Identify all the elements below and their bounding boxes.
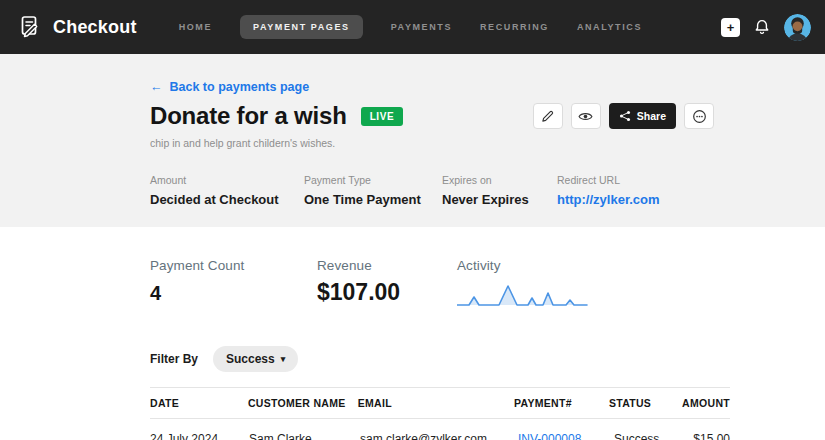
col-header-payment-number: PAYMENT# bbox=[514, 397, 609, 409]
pencil-icon bbox=[541, 110, 554, 123]
stat-label: Payment Count bbox=[150, 258, 317, 273]
notifications-button[interactable] bbox=[753, 18, 771, 36]
circle-ellipsis-icon bbox=[692, 109, 707, 124]
table-header: DATE CUSTOMER NAME EMAIL PAYMENT# STATUS… bbox=[150, 387, 730, 419]
nav-item-home[interactable]: HOME bbox=[179, 15, 212, 39]
cell-date: 24 July 2024 bbox=[150, 432, 249, 440]
detail-label: Expires on bbox=[442, 174, 557, 186]
nav-item-payment-pages[interactable]: PAYMENT PAGES bbox=[240, 15, 363, 39]
page-header-section: ← Back to payments page Donate for a wis… bbox=[0, 54, 825, 227]
user-avatar[interactable] bbox=[784, 14, 811, 41]
cell-payment-number-link[interactable]: INV-000008 bbox=[518, 432, 614, 440]
page-details: Amount Decided at Checkout Payment Type … bbox=[150, 174, 730, 207]
col-header-status: STATUS bbox=[609, 397, 682, 409]
detail-amount: Amount Decided at Checkout bbox=[150, 174, 304, 207]
stat-label: Activity bbox=[457, 258, 730, 273]
status-badge: LIVE bbox=[361, 107, 404, 126]
main-section: Payment Count 4 Revenue $107.00 Activity… bbox=[0, 227, 825, 440]
more-options-button[interactable] bbox=[684, 103, 714, 129]
detail-label: Payment Type bbox=[304, 174, 442, 186]
activity-sparkline bbox=[457, 278, 589, 310]
redirect-url-link[interactable]: http://zylker.com bbox=[557, 192, 730, 207]
filter-selected-value: Success bbox=[226, 352, 275, 366]
payment-count-value: 4 bbox=[150, 282, 317, 305]
top-nav: Checkout HOME PAYMENT PAGES PAYMENTS REC… bbox=[0, 0, 825, 54]
detail-value: Decided at Checkout bbox=[150, 192, 304, 207]
stat-payment-count: Payment Count 4 bbox=[150, 258, 317, 310]
brand[interactable]: Checkout bbox=[18, 14, 137, 40]
filter-by-label: Filter By bbox=[150, 352, 198, 366]
back-link-label: Back to payments page bbox=[170, 80, 310, 94]
stats-row: Payment Count 4 Revenue $107.00 Activity bbox=[150, 258, 730, 310]
revenue-value: $107.00 bbox=[317, 279, 457, 306]
table-row[interactable]: 24 July 2024 Sam Clarke sam.clarke@zylke… bbox=[150, 419, 730, 440]
col-header-date: DATE bbox=[150, 397, 248, 409]
detail-payment-type: Payment Type One Time Payment bbox=[304, 174, 442, 207]
chevron-down-icon: ▾ bbox=[281, 354, 286, 364]
status-filter-dropdown[interactable]: Success ▾ bbox=[213, 346, 298, 372]
payments-table: DATE CUSTOMER NAME EMAIL PAYMENT# STATUS… bbox=[150, 387, 730, 440]
back-to-payments-link[interactable]: ← Back to payments page bbox=[150, 80, 309, 94]
checkout-logo-icon bbox=[18, 14, 44, 40]
cell-email: sam.clarke@zylker.com bbox=[360, 432, 518, 440]
detail-label: Amount bbox=[150, 174, 304, 186]
nav-item-recurring[interactable]: RECURRING bbox=[480, 15, 549, 39]
detail-value: Never Expires bbox=[442, 192, 557, 207]
page-actions: Share bbox=[533, 103, 714, 129]
back-arrow-icon: ← bbox=[150, 80, 163, 94]
page-subtitle: chip in and help grant childern's wishes… bbox=[150, 137, 730, 149]
stat-activity: Activity bbox=[457, 258, 730, 310]
eye-icon bbox=[578, 111, 593, 122]
share-icon bbox=[619, 110, 631, 122]
share-button[interactable]: Share bbox=[609, 103, 676, 129]
detail-expires-on: Expires on Never Expires bbox=[442, 174, 557, 207]
detail-label: Redirect URL bbox=[557, 174, 730, 186]
edit-button[interactable] bbox=[533, 103, 563, 129]
detail-value: One Time Payment bbox=[304, 192, 442, 207]
page-title: Donate for a wish bbox=[150, 102, 347, 130]
plus-icon: + bbox=[727, 21, 735, 34]
nav-item-payments[interactable]: PAYMENTS bbox=[391, 15, 452, 39]
stat-revenue: Revenue $107.00 bbox=[317, 258, 457, 310]
add-new-button[interactable]: + bbox=[721, 18, 740, 37]
col-header-email: EMAIL bbox=[358, 397, 514, 409]
share-button-label: Share bbox=[637, 110, 666, 122]
col-header-amount: AMOUNT bbox=[682, 397, 730, 409]
preview-button[interactable] bbox=[571, 103, 601, 129]
cell-customer-name: Sam Clarke bbox=[249, 432, 360, 440]
detail-redirect-url: Redirect URL http://zylker.com bbox=[557, 174, 730, 207]
nav-right: + bbox=[721, 14, 811, 41]
nav-item-analytics[interactable]: ANALYTICS bbox=[577, 15, 642, 39]
cell-status: Success bbox=[614, 432, 688, 440]
stat-label: Revenue bbox=[317, 258, 457, 273]
nav-menu: HOME PAYMENT PAGES PAYMENTS RECURRING AN… bbox=[179, 15, 642, 39]
col-header-customer-name: CUSTOMER NAME bbox=[248, 397, 358, 409]
bell-icon bbox=[753, 18, 771, 36]
cell-amount: $15.00 bbox=[688, 432, 730, 440]
filter-row: Filter By Success ▾ bbox=[150, 346, 730, 372]
brand-name: Checkout bbox=[53, 17, 137, 38]
